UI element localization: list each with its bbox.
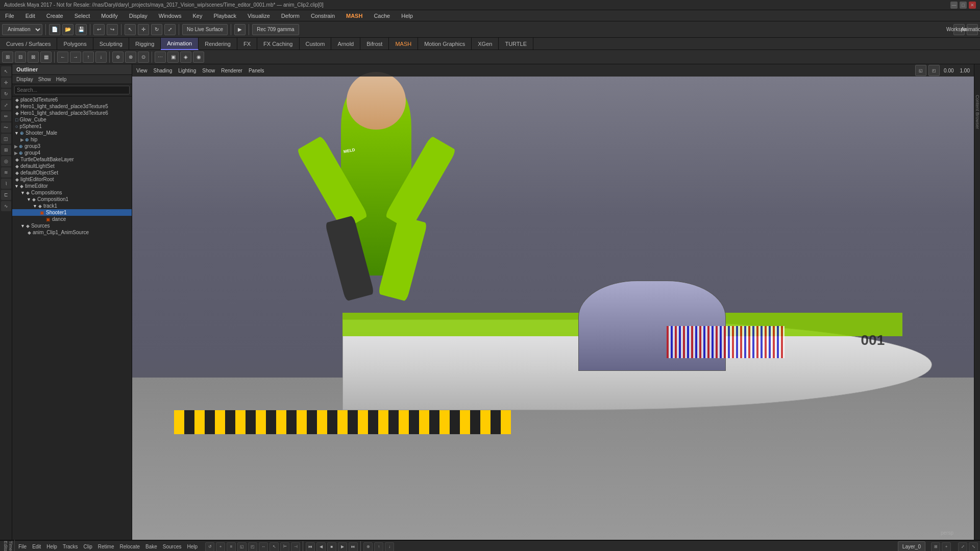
snap-icon[interactable]: ⊞ xyxy=(1,145,11,155)
te-tool-a[interactable]: ↑ xyxy=(374,542,383,552)
vp-renderer-menu[interactable]: Renderer xyxy=(219,68,244,73)
te-sources-menu[interactable]: Sources xyxy=(161,544,184,549)
deform-icon[interactable]: ⌇ xyxy=(1,179,11,189)
tab-animation[interactable]: Animation xyxy=(161,38,199,50)
close-button[interactable]: ✕ xyxy=(969,2,976,9)
scale-icon[interactable]: ⤢ xyxy=(1,100,11,110)
undo-button[interactable]: ↩ xyxy=(93,24,105,35)
te-layer-options2[interactable]: + xyxy=(942,542,951,552)
tree-item-hip[interactable]: ▶ ⊕ hip xyxy=(12,136,132,143)
tree-item-place3d6[interactable]: ◆ place3dTexture6 xyxy=(12,96,132,103)
tree-item-hero1-light5[interactable]: ◆ Hero1_light_shaderd_place3dTexture5 xyxy=(12,103,132,110)
te-add-track-btn[interactable]: ≡ xyxy=(227,542,236,552)
tree-item-default-objectset[interactable]: ◆ defaultObjectSet xyxy=(12,169,132,176)
tab-arnold[interactable]: Arnold xyxy=(331,38,360,50)
te-play-fwd-btn[interactable]: ▶ xyxy=(338,542,347,552)
outliner-help-menu[interactable]: Help xyxy=(56,77,67,82)
animation-preset-dropdown[interactable]: Animation xyxy=(2,24,42,35)
menu-edit[interactable]: Edit xyxy=(23,12,37,20)
render-icon[interactable]: ◎ xyxy=(1,156,11,166)
animation-button[interactable]: Animation xyxy=(967,24,978,35)
play-button[interactable]: ▶ xyxy=(234,24,246,35)
scale-tool-button[interactable]: ⤢ xyxy=(164,24,176,35)
cloth-icon[interactable]: ⊏ xyxy=(1,190,11,200)
menu-visualize[interactable]: Visualize xyxy=(246,12,272,20)
tab-sculpting[interactable]: Sculpting xyxy=(93,38,129,50)
te-clip-menu[interactable]: Clip xyxy=(82,544,94,549)
minimize-button[interactable]: — xyxy=(950,2,958,9)
tab-custom[interactable]: Custom xyxy=(300,38,332,50)
vp-shading-menu[interactable]: Shading xyxy=(152,68,175,73)
te-play-back-btn[interactable]: ◀ xyxy=(316,542,326,552)
vp-panels-menu[interactable]: Panels xyxy=(247,68,266,73)
select-tool-button[interactable]: ↖ xyxy=(125,24,136,35)
te-tracks-menu[interactable]: Tracks xyxy=(61,544,80,549)
tree-item-shooter-male[interactable]: ▼ ⊕ Shooter_Male xyxy=(12,130,132,136)
menu-cache[interactable]: Cache xyxy=(372,12,392,20)
menu-windows[interactable]: Windows xyxy=(157,12,184,20)
vp-tool2[interactable]: ◰ xyxy=(928,65,940,76)
anim-btn10[interactable]: ⊗ xyxy=(125,52,136,63)
te-split-btn[interactable]: ⊣ xyxy=(291,542,300,552)
tab-fx-caching[interactable]: FX Caching xyxy=(257,38,299,50)
rotate-icon[interactable]: ↻ xyxy=(1,89,11,99)
te-add-clip-btn[interactable]: + xyxy=(216,542,225,552)
te-loop-btn[interactable]: ↺ xyxy=(205,542,214,552)
tree-item-lighteditorroot[interactable]: ◆ lightEditorRoot xyxy=(12,176,132,183)
menu-key[interactable]: Key xyxy=(190,12,204,20)
new-scene-button[interactable]: 📄 xyxy=(49,24,60,35)
menu-file[interactable]: File xyxy=(3,12,16,20)
move-tool-button[interactable]: ✛ xyxy=(138,24,149,35)
tab-rigging[interactable]: Rigging xyxy=(129,38,161,50)
tree-item-track1[interactable]: ▼ ◆ track1 xyxy=(12,203,132,209)
tree-item-composition1[interactable]: ▼ ◆ Composition1 xyxy=(12,196,132,203)
save-scene-button[interactable]: 💾 xyxy=(76,24,87,35)
menu-deform[interactable]: Deform xyxy=(279,12,302,20)
anim-btn13[interactable]: ▣ xyxy=(167,52,179,63)
menu-constrain[interactable]: Constrain xyxy=(309,12,337,20)
tab-mash[interactable]: MASH xyxy=(389,38,418,50)
anim-btn9[interactable]: ⊕ xyxy=(112,52,124,63)
menu-playback[interactable]: Playback xyxy=(211,12,238,20)
te-help-menu[interactable]: Help xyxy=(44,544,59,549)
tree-item-psphere1[interactable]: ○ pSphere1 xyxy=(12,123,132,130)
anim-btn12[interactable]: ⋯ xyxy=(155,52,166,63)
te-retime-menu[interactable]: Retime xyxy=(96,544,116,549)
tab-turtle[interactable]: TURTLE xyxy=(499,38,533,50)
te-select-btn[interactable]: ↖ xyxy=(270,542,279,552)
te-bake-menu[interactable]: Bake xyxy=(143,544,159,549)
outliner-display-menu[interactable]: Display xyxy=(16,77,33,82)
vp-view-menu[interactable]: View xyxy=(134,68,150,73)
tree-item-hero1-light6[interactable]: ◆ Hero1_light_shaderd_place3dTexture6 xyxy=(12,110,132,116)
mesh-icon[interactable]: ◫ xyxy=(1,134,11,144)
rotate-tool-button[interactable]: ↻ xyxy=(151,24,162,35)
fluid-icon[interactable]: ∿ xyxy=(1,201,11,211)
tree-item-group4[interactable]: ▶ ⊕ group4 xyxy=(12,149,132,156)
anim-btn8[interactable]: ↓ xyxy=(95,52,107,63)
anim-btn14[interactable]: ◈ xyxy=(180,52,191,63)
tree-item-dance[interactable]: ▣ dance xyxy=(12,216,132,222)
anim-btn11[interactable]: ⊙ xyxy=(138,52,149,63)
te-tool-b[interactable]: ↓ xyxy=(385,542,394,552)
outliner-search-input[interactable] xyxy=(14,86,130,94)
te-snap-btn[interactable]: ⊕ xyxy=(363,542,373,552)
tab-motion-graphics[interactable]: Motion Graphics xyxy=(418,38,472,50)
te-stop-btn[interactable]: ■ xyxy=(327,542,336,552)
tree-item-group3[interactable]: ▶ ⊕ group3 xyxy=(12,143,132,149)
anim-btn15[interactable]: ◉ xyxy=(193,52,204,63)
vp-tool1[interactable]: ◱ xyxy=(915,65,926,76)
te-trim-btn[interactable]: ⊢ xyxy=(280,542,289,552)
tab-fx[interactable]: FX xyxy=(237,38,257,50)
content-browser-label[interactable]: Content Browser xyxy=(975,95,980,129)
tab-bifrost[interactable]: Bifrost xyxy=(360,38,389,50)
tree-item-turtle-bake[interactable]: ◆ TurtleDefaultBakeLayer xyxy=(12,156,132,163)
vp-lighting-menu[interactable]: Lighting xyxy=(176,68,198,73)
te-collapse-right[interactable]: ⤡ xyxy=(969,542,978,552)
te-expand-right[interactable]: ⤢ xyxy=(958,542,967,552)
maximize-button[interactable]: □ xyxy=(960,2,967,9)
curve-icon[interactable]: 〜 xyxy=(1,122,11,133)
te-tool3[interactable]: ◱ xyxy=(237,542,247,552)
te-relocate-menu[interactable]: Relocate xyxy=(118,544,142,549)
tree-item-timeeditor[interactable]: ▼ ◆ timeEditor xyxy=(12,183,132,189)
dynamics-icon[interactable]: ≋ xyxy=(1,167,11,178)
